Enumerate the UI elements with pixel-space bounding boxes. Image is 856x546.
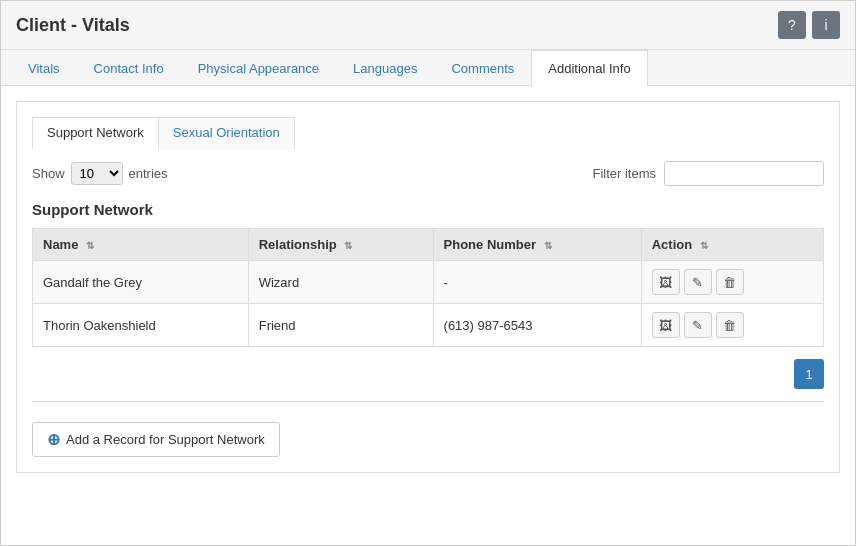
window: Client - Vitals ? i Vitals Contact Info … xyxy=(0,0,856,546)
table-header-row: Name ⇅ Relationship ⇅ Phone Number ⇅ Act… xyxy=(33,229,824,261)
tab-physical-appearance[interactable]: Physical Appearance xyxy=(181,50,336,86)
divider xyxy=(32,401,824,402)
table-row: Gandalf the GreyWizard-🖼✎🗑 xyxy=(33,261,824,304)
cell-relationship: Wizard xyxy=(248,261,433,304)
plus-icon: ⊕ xyxy=(47,430,60,449)
filter-area: Filter items xyxy=(592,161,824,186)
cell-name: Thorin Oakenshield xyxy=(33,304,249,347)
sub-tabs-bar: Support Network Sexual Orientation xyxy=(32,117,295,149)
sort-icon-action: ⇅ xyxy=(700,240,708,251)
col-phone: Phone Number ⇅ xyxy=(433,229,641,261)
delete-button[interactable]: 🗑 xyxy=(716,269,744,295)
cell-action: 🖼✎🗑 xyxy=(641,261,823,304)
header: Client - Vitals ? i xyxy=(1,1,855,50)
section-heading: Support Network xyxy=(32,201,824,218)
page-1-label: 1 xyxy=(805,367,812,382)
sort-icon-name: ⇅ xyxy=(86,240,94,251)
action-buttons: 🖼✎🗑 xyxy=(652,312,813,338)
page-title: Client - Vitals xyxy=(16,15,130,36)
edit-button[interactable]: ✎ xyxy=(684,269,712,295)
sub-tab-sexual-orientation[interactable]: Sexual Orientation xyxy=(159,118,294,149)
entries-select[interactable]: 10 5 25 50 100 xyxy=(71,162,123,185)
sort-icon-phone: ⇅ xyxy=(544,240,552,251)
help-button[interactable]: ? xyxy=(778,11,806,39)
add-record-button[interactable]: ⊕ Add a Record for Support Network xyxy=(32,422,280,457)
cell-name: Gandalf the Grey xyxy=(33,261,249,304)
info-button[interactable]: i xyxy=(812,11,840,39)
delete-button[interactable]: 🗑 xyxy=(716,312,744,338)
filter-label: Filter items xyxy=(592,166,656,181)
filter-input[interactable] xyxy=(664,161,824,186)
support-network-table: Name ⇅ Relationship ⇅ Phone Number ⇅ Act… xyxy=(32,228,824,347)
sub-tab-support-network[interactable]: Support Network xyxy=(33,118,159,149)
main-tabs: Vitals Contact Info Physical Appearance … xyxy=(1,50,855,86)
content-area: Support Network Sexual Orientation Show … xyxy=(1,86,855,488)
page-1-button[interactable]: 1 xyxy=(794,359,824,389)
header-icon-group: ? i xyxy=(778,11,840,39)
add-record-label: Add a Record for Support Network xyxy=(66,432,265,447)
tab-vitals[interactable]: Vitals xyxy=(11,50,77,86)
question-icon: ? xyxy=(788,17,796,33)
tab-comments[interactable]: Comments xyxy=(434,50,531,86)
sort-icon-rel: ⇅ xyxy=(344,240,352,251)
controls-row: Show 10 5 25 50 100 entries Filter items xyxy=(32,161,824,186)
pagination-row: 1 xyxy=(32,359,824,389)
cell-phone: - xyxy=(433,261,641,304)
view-image-button[interactable]: 🖼 xyxy=(652,312,680,338)
cell-action: 🖼✎🗑 xyxy=(641,304,823,347)
show-label: Show xyxy=(32,166,65,181)
tab-contact-info[interactable]: Contact Info xyxy=(77,50,181,86)
col-relationship: Relationship ⇅ xyxy=(248,229,433,261)
col-action: Action ⇅ xyxy=(641,229,823,261)
table-row: Thorin OakenshieldFriend(613) 987-6543🖼✎… xyxy=(33,304,824,347)
cell-phone: (613) 987-6543 xyxy=(433,304,641,347)
tab-additional-info[interactable]: Additional Info xyxy=(531,50,647,86)
action-buttons: 🖼✎🗑 xyxy=(652,269,813,295)
show-entries: Show 10 5 25 50 100 entries xyxy=(32,162,168,185)
edit-button[interactable]: ✎ xyxy=(684,312,712,338)
col-name: Name ⇅ xyxy=(33,229,249,261)
tab-languages[interactable]: Languages xyxy=(336,50,434,86)
info-icon: i xyxy=(824,17,827,33)
entries-label: entries xyxy=(129,166,168,181)
cell-relationship: Friend xyxy=(248,304,433,347)
sub-panel: Support Network Sexual Orientation Show … xyxy=(16,101,840,473)
view-image-button[interactable]: 🖼 xyxy=(652,269,680,295)
